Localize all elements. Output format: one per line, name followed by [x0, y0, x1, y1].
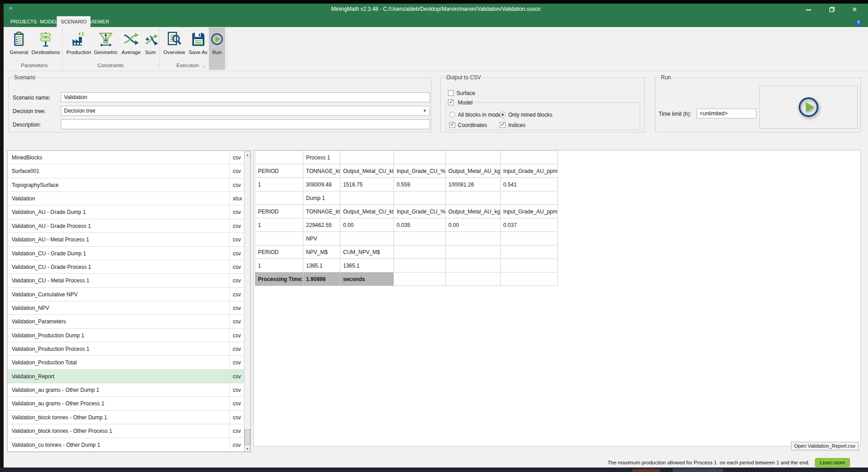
file-row[interactable]: Validation_au grams - Other Process 1csv: [8, 397, 244, 410]
minimize-button[interactable]: [802, 5, 815, 14]
file-name: Validation_Report: [12, 370, 54, 383]
surface-checkbox[interactable]: [448, 90, 454, 96]
results-row: PERIODNPV_M$CUM_NPV_M$: [255, 245, 558, 259]
results-cell: Processing Time:: [255, 272, 303, 286]
file-row[interactable]: Validation_AU - Grade Process 1csv: [8, 219, 244, 233]
file-row[interactable]: Validation_au grams - Other Dump 1csv: [8, 383, 244, 397]
results-row: PERIODTONNAGE_ktOutput_Metal_CU_ktInput_…: [255, 205, 558, 218]
results-cell: [255, 232, 303, 245]
scroll-down-icon[interactable]: ▼: [244, 445, 250, 452]
file-row[interactable]: Validation_AU - Grade Dump 1csv: [8, 205, 244, 219]
results-cell: [500, 245, 557, 259]
file-row[interactable]: Validation_CU - Grade Dump 1csv: [8, 247, 244, 260]
file-row[interactable]: Validation_Parameterscsv: [8, 315, 244, 328]
results-row: PERIODTONNAGE_ktOutput_Metal_CU_ktInput_…: [255, 164, 558, 178]
file-ext: csv: [229, 288, 244, 301]
file-ext: csv: [229, 301, 244, 314]
file-ext: csv: [229, 205, 244, 218]
run-legend: Run: [659, 74, 673, 81]
file-name: Validation_Parameters: [12, 315, 66, 328]
file-row[interactable]: Validation_CU - Metal Process 1csv: [8, 274, 244, 287]
decision-tree-value: Decision tree: [64, 108, 95, 114]
file-ext: csv: [229, 164, 244, 177]
results-cell: [446, 272, 501, 286]
file-row[interactable]: Validation_block tonnes - Other Process …: [8, 424, 244, 438]
help-icon[interactable]: ?: [855, 19, 862, 26]
file-list-rows: MinedBlockscsvSurface001csvTopographySur…: [8, 151, 244, 452]
signpost-icon: [32, 29, 59, 50]
run-play-button[interactable]: [797, 95, 820, 120]
ribbon-group-execution: Execution: [159, 63, 217, 69]
overview-button[interactable]: Overview: [162, 29, 186, 59]
model-label: Model: [457, 100, 474, 106]
close-button[interactable]: ✕: [848, 5, 861, 14]
scenario-name-input[interactable]: [61, 92, 430, 102]
file-row[interactable]: Validation_Reportcsv: [8, 370, 244, 383]
average-button[interactable]: Average: [120, 29, 142, 59]
results-cell: TONNAGE_kt: [303, 205, 340, 218]
tab-viewer[interactable]: VIEWER: [86, 16, 113, 27]
results-cell: 100081.26: [446, 178, 501, 191]
indices-checkbox[interactable]: [500, 122, 506, 128]
file-row[interactable]: Validation_block tonnes - Other Dump 1cs…: [8, 411, 244, 424]
file-list-scrollbar[interactable]: ▲ ▼: [244, 151, 250, 452]
results-cell: 0.00: [446, 218, 501, 232]
destinations-button[interactable]: Destinations: [32, 29, 59, 59]
decision-tree-select[interactable]: Decision tree ▼: [61, 106, 430, 116]
file-row[interactable]: MinedBlockscsv: [8, 151, 244, 164]
file-row[interactable]: Surface001csv: [8, 164, 244, 178]
results-cell: [446, 232, 501, 245]
ribbon-separator: [226, 29, 227, 68]
only-mined-radio[interactable]: [500, 112, 506, 118]
file-row[interactable]: TopographySurfacecsv: [8, 178, 244, 192]
file-ext: csv: [229, 151, 244, 164]
file-name: Validation_Cumulative NPV: [12, 288, 78, 301]
results-cell: [394, 272, 446, 286]
results-cell: [446, 259, 501, 272]
results-row: NPV: [255, 232, 558, 245]
restore-button[interactable]: [826, 5, 838, 14]
all-blocks-radio[interactable]: [449, 112, 455, 118]
time-limit-input[interactable]: [696, 109, 756, 118]
results-cell: Output_Metal_AU_kg: [446, 164, 501, 178]
general-button[interactable]: General: [7, 29, 31, 59]
file-row[interactable]: Validation_cu tonnes - Other Dump 1csv: [8, 438, 244, 452]
production-button[interactable]: Production: [66, 29, 92, 59]
description-input[interactable]: [61, 119, 430, 129]
file-row[interactable]: Validationxlsx: [8, 192, 244, 205]
results-cell: [394, 259, 446, 272]
results-cell: Input_Grade_AU_ppm: [500, 164, 557, 178]
file-name: Validation_Production Total: [12, 356, 77, 369]
save-as-button[interactable]: Save As: [187, 29, 209, 59]
file-row[interactable]: Validation_Production Totalcsv: [8, 356, 244, 369]
file-ext: csv: [229, 329, 244, 342]
ribbon-group-constraints: Constraints: [62, 63, 159, 69]
file-row[interactable]: Validation_CU - Grade Process 1csv: [8, 260, 244, 274]
learn-more-button[interactable]: Learn more (F3): [815, 458, 850, 467]
sum-button[interactable]: Sum: [142, 29, 158, 59]
file-row[interactable]: Validation_Production Process 1csv: [8, 342, 244, 356]
scrollbar-thumb[interactable]: [244, 429, 250, 445]
results-cell: [500, 151, 557, 164]
open-report-button[interactable]: Open Validation_Report.csv: [791, 442, 859, 450]
file-name: Surface001: [12, 164, 39, 178]
run-button[interactable]: Run: [210, 29, 224, 59]
results-cell: NPV: [303, 232, 340, 245]
model-checkbox[interactable]: [448, 100, 454, 105]
results-cell: TONNAGE_kt: [303, 164, 340, 178]
file-row[interactable]: Validation_AU - Metal Process 1csv: [8, 233, 244, 246]
results-cell: [500, 259, 557, 272]
file-row[interactable]: Validation_NPVcsv: [8, 301, 244, 315]
results-cell: 1: [255, 259, 303, 272]
scroll-up-icon[interactable]: ▲: [244, 151, 250, 158]
results-table-body: Process 1PERIODTONNAGE_ktOutput_Metal_CU…: [255, 151, 558, 286]
geometric-button[interactable]: Geometric: [93, 29, 119, 59]
results-table: Process 1PERIODTONNAGE_ktOutput_Metal_CU…: [255, 150, 558, 286]
results-cell: [446, 245, 501, 259]
file-row[interactable]: Validation_Cumulative NPVcsv: [8, 288, 244, 301]
results-row: 1229462.550.000.0350.000.037: [255, 218, 558, 232]
file-row[interactable]: Validation_Production Dump 1csv: [8, 329, 244, 342]
coordinates-checkbox[interactable]: [449, 122, 455, 128]
chevron-down-icon: ▼: [423, 106, 427, 115]
results-cell: Input_Grade_CU_%: [394, 164, 446, 178]
